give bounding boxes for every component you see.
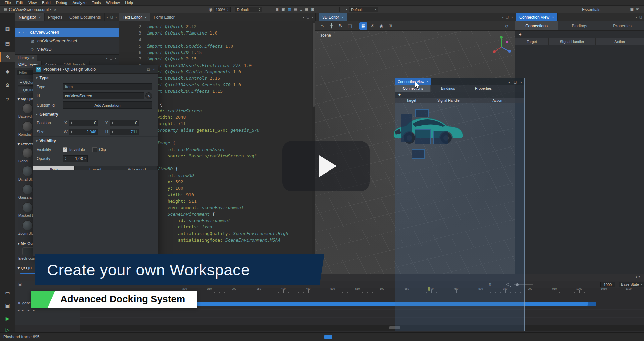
select-tool-icon[interactable]: ↖ bbox=[319, 22, 327, 30]
close-icon[interactable]: × bbox=[342, 15, 344, 19]
theme-select[interactable]: Default ▾ bbox=[349, 7, 378, 12]
document-tab-label[interactable]: CarViewScreen.ui.qml bbox=[9, 7, 49, 12]
stepper-arrows-icon[interactable]: ▲▼ bbox=[71, 130, 73, 133]
close-icon[interactable]: × bbox=[511, 16, 513, 19]
stepper-arrows-icon[interactable]: ▲▼ bbox=[112, 130, 114, 133]
close-icon[interactable]: × bbox=[520, 81, 522, 84]
transport-controls[interactable]: ◄◄ ► ● bbox=[17, 309, 36, 312]
scale-tool-icon[interactable]: ◱ bbox=[346, 22, 354, 30]
camera-toggle-icon[interactable]: ◉ bbox=[377, 22, 385, 30]
stepper-arrows-icon[interactable]: ▲▼ bbox=[258, 8, 260, 11]
style-select[interactable]: Default ▲▼ bbox=[235, 7, 262, 12]
chevron-down-icon[interactable]: ▾ bbox=[508, 81, 510, 84]
tab-connections[interactable]: Connections bbox=[515, 21, 558, 30]
tab-properties[interactable]: Properties bbox=[601, 21, 644, 30]
chevron-down-icon[interactable]: ▾ bbox=[638, 275, 641, 278]
float-window-icon[interactable]: ▣ bbox=[281, 7, 285, 12]
chevron-down-icon[interactable]: ▾ bbox=[346, 8, 347, 11]
monitor-icon[interactable]: ▭ bbox=[0, 288, 15, 298]
stepper-arrows-icon[interactable]: ▲▼ bbox=[227, 8, 229, 11]
tab-connection-view[interactable]: Connection View× bbox=[516, 13, 558, 21]
tab-projects[interactable]: Projects bbox=[45, 13, 66, 21]
is-visible-checkbox[interactable]: ✓ bbox=[63, 147, 67, 152]
section-visibility[interactable]: ▾Visibility bbox=[33, 136, 158, 145]
close-icon[interactable]: × bbox=[39, 15, 41, 19]
menu-tools[interactable]: Tools bbox=[89, 1, 103, 5]
grid-icon[interactable]: ⊞ bbox=[276, 7, 279, 12]
floating-connection-view[interactable]: Connection View× ▾ ❏ × Connections Bindi… bbox=[395, 78, 525, 331]
wrench-icon[interactable]: ⚙ bbox=[0, 80, 15, 90]
stepper-arrows-icon[interactable]: ▲▼ bbox=[112, 121, 114, 124]
scrollbar-thumb[interactable] bbox=[313, 23, 315, 107]
type-field[interactable] bbox=[63, 83, 152, 90]
tab-connections[interactable]: Connections bbox=[395, 85, 431, 92]
compact-icon[interactable]: ⊟ bbox=[311, 7, 314, 12]
menu-help[interactable]: Help bbox=[122, 1, 136, 5]
chevron-down-icon[interactable]: ▾ bbox=[106, 16, 108, 19]
clip-checkbox[interactable] bbox=[92, 147, 97, 152]
remove-connection-button[interactable]: — bbox=[405, 92, 409, 97]
zoom-stepper[interactable]: 100% ▲▼ bbox=[214, 7, 231, 12]
tab-bindings[interactable]: Bindings bbox=[431, 85, 466, 92]
rotate-tool-icon[interactable]: ↻ bbox=[337, 22, 345, 30]
reset-id-icon[interactable]: ↻ bbox=[145, 92, 152, 99]
column-signal-handler[interactable]: Signal Handler bbox=[549, 38, 596, 45]
end-frame-field[interactable]: 1000 bbox=[600, 282, 615, 287]
chevron-down-icon[interactable]: ▾ bbox=[303, 16, 304, 19]
library-mini-tab[interactable]: Library× bbox=[15, 55, 37, 61]
table-icon[interactable]: ▦ bbox=[305, 7, 308, 12]
tab-3d-editor[interactable]: 3D Editor× bbox=[319, 13, 347, 21]
undock-icon[interactable]: ❏ bbox=[506, 16, 509, 19]
close-icon[interactable]: × bbox=[115, 16, 117, 19]
tab-properties[interactable]: Properties bbox=[466, 85, 501, 92]
menu-edit[interactable]: Edit bbox=[14, 1, 26, 5]
pencil-icon[interactable]: ✎ bbox=[0, 52, 15, 62]
id-field[interactable] bbox=[63, 92, 144, 99]
tab-navigator[interactable]: Navigator× bbox=[15, 13, 45, 21]
undock-icon[interactable]: ❏ bbox=[639, 16, 642, 19]
stepper-arrows-icon[interactable]: ▲▼ bbox=[71, 121, 73, 124]
light-toggle-icon[interactable]: ☀ bbox=[368, 22, 376, 30]
column-target[interactable]: Target bbox=[515, 38, 549, 45]
floating-panel-title-tab[interactable]: Connection View× bbox=[395, 78, 431, 85]
components-icon[interactable]: ◆ bbox=[0, 66, 15, 76]
chevron-down-icon[interactable]: ▾ bbox=[50, 8, 51, 11]
states-icon[interactable]: ▣ bbox=[0, 301, 15, 311]
tab-form-editor[interactable]: Form Editor bbox=[150, 13, 178, 21]
menu-debug[interactable]: Debug bbox=[53, 1, 70, 5]
state-select[interactable]: Base State ▾ bbox=[619, 282, 644, 287]
properties-dialog[interactable]: DS Properties - Qt Design Studio □ × ▾Ty… bbox=[33, 65, 158, 256]
stepper-arrows-icon[interactable]: ▲▼ bbox=[65, 157, 67, 160]
y-stepper[interactable]: ▲▼0 bbox=[110, 120, 139, 126]
add-connection-button[interactable]: + bbox=[398, 92, 401, 97]
list-icon[interactable]: ≡ bbox=[300, 8, 302, 12]
section-geometry[interactable]: ▾Geometry bbox=[33, 110, 158, 118]
chevron-down-icon[interactable]: ▾ bbox=[106, 57, 107, 60]
undock-icon[interactable]: ❏ bbox=[307, 16, 309, 19]
chevron-down-icon[interactable]: ▾ bbox=[502, 16, 504, 19]
timeline-scrollbar[interactable] bbox=[80, 325, 644, 331]
play-icon[interactable]: ▶ bbox=[0, 314, 15, 324]
add-annotation-button[interactable]: Add Annotation bbox=[63, 101, 152, 109]
axis-gizmo[interactable] bbox=[491, 35, 513, 56]
close-icon[interactable]: × bbox=[552, 15, 554, 19]
grid-icon[interactable]: ⊞ bbox=[18, 282, 22, 287]
tab-text-editor[interactable]: Text Editor× bbox=[119, 13, 150, 21]
column-action[interactable]: Action bbox=[596, 38, 644, 45]
menu-analyze[interactable]: Analyze bbox=[70, 1, 89, 5]
snap-toggle-icon[interactable]: ▦ bbox=[359, 22, 367, 30]
grid-toggle-icon[interactable]: ⊞ bbox=[386, 22, 394, 30]
window-icon[interactable]: ▣ bbox=[630, 7, 633, 12]
x-stepper[interactable]: ▲▼0 bbox=[69, 120, 98, 126]
menu-view[interactable]: View bbox=[25, 1, 39, 5]
close-icon[interactable]: × bbox=[153, 67, 155, 71]
tree-item-view3D[interactable]: ◇view3D bbox=[15, 45, 119, 53]
maximize-icon[interactable]: □ bbox=[147, 67, 150, 71]
menu-file[interactable]: File bbox=[2, 1, 14, 5]
help-icon[interactable]: ? bbox=[0, 94, 15, 105]
move-tool-icon[interactable]: ╋ bbox=[328, 22, 336, 30]
menu-build[interactable]: Build bbox=[39, 1, 53, 5]
height-stepper[interactable]: ▲▼711 bbox=[110, 129, 139, 135]
close-icon[interactable]: × bbox=[115, 57, 116, 60]
opacity-stepper[interactable]: ▲▼ 1,00 ▾ bbox=[63, 155, 88, 162]
